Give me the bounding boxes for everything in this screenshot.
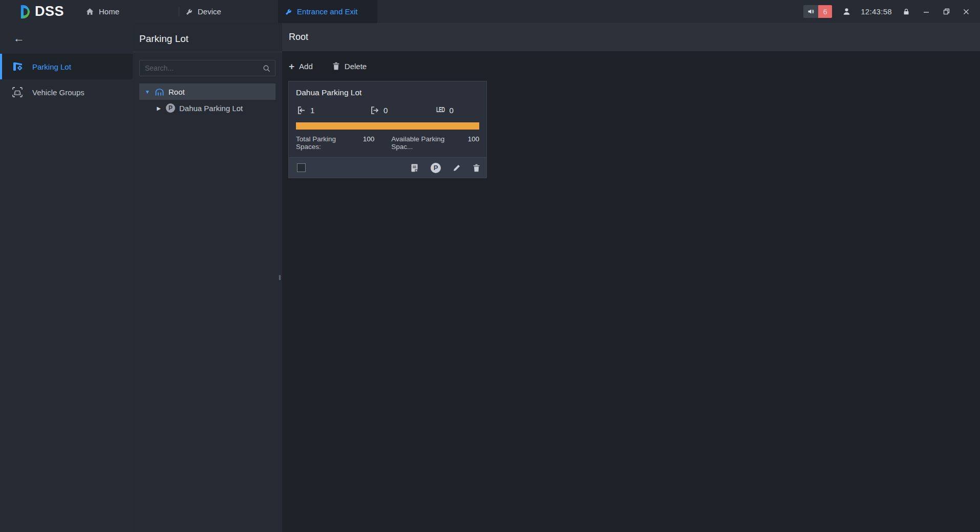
tab-bar: Home Device Entrance and Exit [79, 0, 377, 23]
parking-lot-tree-panel: Parking Lot ▼ Root ▶ P Dahua Parking Lot [133, 23, 282, 532]
available-spaces: Available Parking Spac... 100 [391, 135, 479, 151]
total-spaces: Total Parking Spaces: 100 [296, 135, 374, 151]
tree-node-dahua-parking-lot[interactable]: ▶ P Dahua Parking Lot [139, 100, 275, 116]
report-icon[interactable] [410, 163, 419, 173]
main-header: Root [282, 23, 980, 51]
led-count: 0 [450, 106, 454, 115]
parking-space-badge: P [431, 163, 441, 173]
alarm-count-badge: 6 [818, 5, 832, 18]
delete-button[interactable]: Delete [332, 62, 367, 71]
tree-node-label: Dahua Parking Lot [179, 104, 243, 113]
card-checkbox[interactable] [297, 163, 306, 172]
exit-stat: 0 [369, 105, 436, 115]
exit-icon [369, 105, 379, 115]
parking-lot-tree: ▼ Root ▶ P Dahua Parking Lot [139, 83, 275, 116]
back-row: ← [0, 23, 133, 54]
trash-icon [332, 62, 340, 70]
sidebar-item-vehicle-groups[interactable]: Vehicle Groups [0, 79, 133, 105]
search-icon[interactable] [262, 64, 271, 73]
wrench-icon [284, 8, 292, 16]
card-stats-row: 1 0 LED 0 [296, 104, 479, 116]
dss-logo-icon [18, 4, 34, 20]
panel-title: Parking Lot [139, 23, 275, 52]
plus-icon: + [289, 61, 294, 71]
led-stat: LED 0 [436, 106, 454, 115]
main-toolbar: + Add Delete [282, 51, 980, 81]
module-sidebar: ← Parking Lot Vehicle Groups [0, 23, 133, 532]
caret-right-icon[interactable]: ▶ [155, 105, 162, 111]
sidebar-item-label: Vehicle Groups [32, 88, 84, 97]
speaker-icon [803, 5, 818, 18]
back-arrow-icon[interactable]: ← [13, 33, 25, 44]
entrance-icon [296, 105, 306, 115]
delete-button-label: Delete [345, 62, 367, 71]
wrench-icon [185, 8, 193, 16]
occupancy-bar-fill [296, 122, 479, 130]
close-button[interactable] [961, 6, 972, 17]
search-box [139, 60, 275, 76]
tab-device[interactable]: Device [179, 0, 278, 23]
vehicle-group-icon [11, 86, 24, 98]
occupancy-bar-track [296, 122, 479, 130]
edit-pencil-icon[interactable] [453, 164, 461, 172]
sidebar-item-parking-lot[interactable]: Parking Lot [0, 54, 133, 79]
panel-divider [133, 52, 282, 52]
tab-entrance-and-exit[interactable]: Entrance and Exit [278, 0, 377, 23]
main-content: Root + Add Delete Dahua Parking Lot [282, 23, 980, 532]
sidebar-item-label: Parking Lot [32, 62, 71, 71]
available-spaces-label: Available Parking Spac... [391, 135, 464, 151]
add-button-label: Add [299, 62, 313, 71]
logo-text: DSS [35, 4, 64, 19]
caret-down-icon[interactable]: ▼ [144, 89, 151, 95]
user-icon[interactable] [841, 6, 852, 17]
tab-home[interactable]: Home [79, 0, 179, 23]
topbar-right-cluster: 6 12:43:58 [803, 0, 980, 23]
parking-structure-icon [155, 88, 164, 96]
tab-label: Device [198, 7, 221, 16]
main-title: Root [289, 32, 308, 42]
top-bar: DSS Home Device Entrance and Exit [0, 0, 980, 23]
tab-label: Home [99, 7, 119, 16]
barrier-gate-icon [11, 60, 24, 73]
clock-time: 12:43:58 [861, 7, 892, 16]
spaces-row: Total Parking Spaces: 100 Available Park… [296, 135, 479, 157]
exit-count: 0 [384, 106, 388, 115]
parking-lot-card: Dahua Parking Lot 1 [288, 81, 487, 178]
parking-space-icon[interactable]: P [431, 163, 441, 173]
delete-trash-icon[interactable] [473, 164, 480, 172]
total-spaces-label: Total Parking Spaces: [296, 135, 359, 151]
tree-node-label: Root [168, 88, 185, 96]
available-spaces-value: 100 [467, 135, 479, 151]
card-actions: P [410, 163, 480, 173]
alarm-center-button[interactable]: 6 [803, 5, 832, 18]
app-logo: DSS [0, 0, 79, 23]
lock-icon[interactable] [901, 6, 912, 17]
tree-node-root[interactable]: ▼ Root [139, 83, 275, 100]
card-body: Dahua Parking Lot 1 [289, 81, 486, 157]
card-title: Dahua Parking Lot [296, 88, 479, 97]
entrance-stat: 1 [296, 105, 369, 115]
card-footer: P [289, 157, 486, 178]
parking-lot-badge-icon: P [166, 103, 175, 113]
led-screen-icon: LED [436, 107, 445, 114]
home-icon [86, 7, 94, 16]
entrance-count: 1 [310, 106, 314, 115]
total-spaces-value: 100 [363, 135, 375, 151]
search-input[interactable] [145, 64, 262, 72]
tab-label: Entrance and Exit [297, 7, 357, 16]
add-button[interactable]: + Add [289, 61, 313, 71]
restore-window-button[interactable] [941, 6, 952, 17]
minimize-button[interactable] [921, 6, 932, 17]
